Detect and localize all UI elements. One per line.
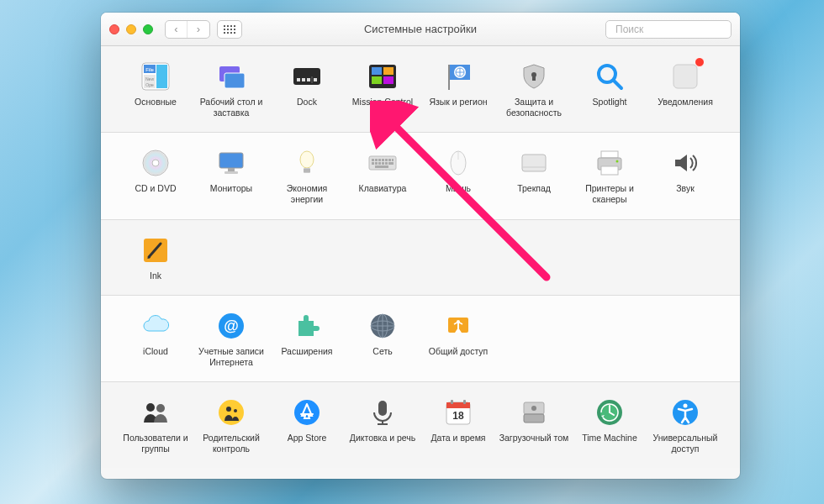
pref-item-displays[interactable]: Мониторы [193, 144, 269, 207]
startup-icon [517, 396, 551, 429]
svg-rect-86 [524, 414, 544, 423]
notifications-icon [668, 60, 702, 93]
pref-item-label: Time Machine [582, 433, 637, 444]
search-input[interactable] [615, 24, 740, 35]
svg-rect-57 [601, 151, 618, 158]
network-icon [366, 309, 399, 343]
svg-rect-11 [293, 68, 320, 85]
pref-item-parental[interactable]: Родительский контроль [193, 394, 269, 456]
search-field-wrapper[interactable] [605, 20, 732, 39]
svg-point-71 [146, 403, 155, 412]
back-button[interactable]: ‹ [166, 21, 188, 38]
svg-rect-55 [522, 155, 546, 171]
pref-item-label: Spotlight [593, 97, 627, 108]
svg-rect-37 [304, 168, 310, 173]
pref-item-label: Дата и время [430, 433, 485, 444]
cddvd-icon [139, 146, 172, 180]
svg-rect-59 [601, 166, 618, 175]
pref-item-mouse[interactable]: Мышь [420, 144, 496, 207]
grid-icon [224, 25, 235, 34]
parental-icon [214, 396, 248, 429]
pref-item-dock[interactable]: Dock [269, 58, 345, 120]
pref-item-sound[interactable]: Звук [647, 144, 723, 207]
sharing-icon [441, 309, 475, 343]
svg-rect-10 [224, 73, 245, 88]
svg-point-36 [300, 151, 314, 168]
system-preferences-window: ‹ › Системные настройки FileNewOpeОсновн… [101, 13, 740, 479]
svg-rect-46 [372, 162, 374, 165]
pref-item-network[interactable]: Сеть [345, 307, 420, 370]
close-button[interactable] [109, 24, 119, 34]
pref-item-security[interactable]: Защита и безопасность [496, 58, 572, 120]
pref-item-label: Универсальный доступ [649, 433, 721, 454]
datetime-icon: 18 [441, 396, 475, 429]
svg-rect-52 [375, 165, 388, 168]
pref-item-keyboard[interactable]: Клавиатура [345, 144, 420, 207]
pref-item-language[interactable]: Язык и регион [420, 58, 496, 120]
dictation-icon [366, 396, 399, 429]
spotlight-icon [593, 60, 626, 93]
pref-item-cddvd[interactable]: CD и DVD [118, 144, 193, 207]
pref-item-startup[interactable]: Загрузочный том [496, 394, 572, 456]
notification-badge [695, 57, 705, 67]
pref-item-appstore[interactable]: App Store [269, 394, 345, 456]
svg-rect-39 [372, 159, 374, 161]
svg-text:Ope: Ope [145, 82, 154, 87]
svg-point-72 [156, 404, 165, 412]
pref-item-trackpad[interactable]: Трекпад [496, 144, 572, 207]
nav-back-forward[interactable]: ‹ › [165, 20, 210, 39]
svg-rect-22 [448, 65, 450, 90]
svg-rect-77 [378, 401, 387, 416]
pref-item-ink[interactable]: Ink [118, 232, 193, 283]
svg-rect-8 [156, 65, 167, 88]
pref-item-label: Учетные записи Интернета [195, 346, 267, 368]
svg-rect-33 [219, 153, 243, 168]
svg-rect-43 [385, 159, 388, 161]
users-icon [139, 396, 172, 429]
svg-text:File: File [145, 67, 154, 72]
zoom-button[interactable] [143, 24, 153, 34]
pref-item-label: Звук [676, 183, 695, 194]
minimize-button[interactable] [126, 24, 136, 34]
svg-point-60 [616, 160, 619, 163]
forward-button[interactable]: › [188, 21, 209, 38]
pref-item-notifications[interactable]: Уведомления [647, 58, 723, 120]
pref-item-dictation[interactable]: Диктовка и речь [345, 394, 420, 456]
pref-item-sharing[interactable]: Общий доступ [420, 307, 496, 370]
pref-item-energy[interactable]: Экономия энергии [269, 144, 345, 207]
svg-rect-81 [446, 402, 470, 408]
pref-item-timemachine[interactable]: Time Machine [572, 394, 647, 456]
svg-rect-40 [375, 159, 378, 161]
svg-rect-45 [392, 159, 394, 161]
appstore-icon [290, 396, 324, 429]
pref-item-label: Сеть [372, 346, 392, 357]
pref-item-desktop[interactable]: Рабочий стол и заставка [193, 58, 269, 120]
pref-item-printers[interactable]: Принтеры и сканеры [572, 144, 647, 207]
pref-item-label: Диктовка и речь [350, 433, 415, 444]
pref-item-label: Основные [135, 97, 177, 108]
pref-item-label: Экономия энергии [271, 183, 343, 205]
pref-item-spotlight[interactable]: Spotlight [572, 58, 647, 120]
security-icon [517, 60, 551, 93]
svg-point-74 [226, 407, 231, 412]
svg-rect-47 [375, 162, 378, 165]
svg-rect-83 [451, 400, 453, 404]
pref-item-mission[interactable]: Mission Control [345, 58, 420, 120]
pref-item-users[interactable]: Пользователи и группы [118, 394, 193, 456]
pref-item-datetime[interactable]: 18Дата и время [420, 394, 496, 456]
show-all-button[interactable] [217, 20, 242, 39]
pref-item-accessibility[interactable]: Универсальный доступ [647, 394, 723, 456]
svg-rect-50 [385, 162, 388, 165]
pref-item-general[interactable]: FileNewOpeОсновные [118, 58, 193, 120]
pref-item-icloud[interactable]: iCloud [118, 307, 193, 370]
pref-item-extensions[interactable]: Расширения [269, 307, 345, 370]
preference-rows: FileNewOpeОсновныеРабочий стол и заставк… [101, 46, 740, 479]
pref-item-label: iCloud [143, 346, 168, 357]
trackpad-icon [517, 146, 551, 180]
pref-item-label: Общий доступ [429, 346, 489, 357]
svg-rect-35 [224, 171, 238, 174]
pref-item-accounts[interactable]: @Учетные записи Интернета [193, 307, 269, 370]
svg-text:@: @ [224, 318, 239, 334]
svg-rect-18 [372, 67, 382, 75]
pref-row-4: Пользователи и группыРодительский контро… [101, 382, 740, 468]
